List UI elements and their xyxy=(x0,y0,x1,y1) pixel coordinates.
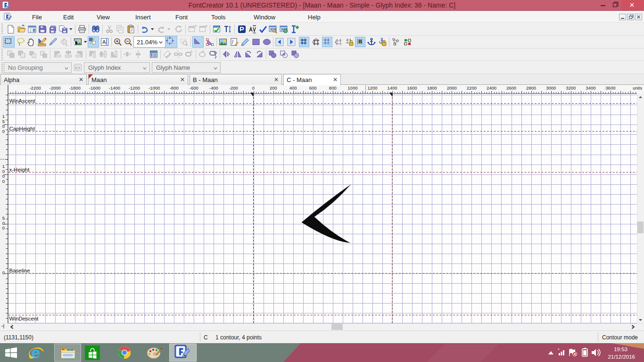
svg-text:3000: 3000 xyxy=(546,85,556,90)
svg-text:Baseline: Baseline xyxy=(9,268,30,273)
svg-text:2000: 2000 xyxy=(447,85,457,90)
svg-text:-1600: -1600 xyxy=(89,85,100,90)
svg-text:2800: 2800 xyxy=(526,85,536,90)
svg-text:B: B xyxy=(358,39,362,44)
svg-text:-400: -400 xyxy=(209,85,218,90)
svg-text:3600: 3600 xyxy=(605,85,615,90)
svg-text:WinAscent: WinAscent xyxy=(9,98,36,104)
svg-text:600: 600 xyxy=(309,85,317,90)
svg-text:A: A xyxy=(102,39,106,45)
svg-text:1000: 1000 xyxy=(347,85,357,90)
svg-text:21/12/2016: 21/12/2016 xyxy=(608,354,635,360)
svg-text:-200: -200 xyxy=(229,85,238,90)
svg-text:CapHeight: CapHeight xyxy=(9,126,35,132)
svg-text:0: 0 xyxy=(252,85,255,90)
svg-text:19:53: 19:53 xyxy=(614,346,627,352)
svg-text:-2200: -2200 xyxy=(29,85,41,90)
svg-text:x-Height: x-Height xyxy=(9,167,30,173)
svg-text:800: 800 xyxy=(329,85,337,90)
svg-text:-800: -800 xyxy=(170,85,179,90)
svg-text:-1400: -1400 xyxy=(109,85,120,90)
svg-text:400: 400 xyxy=(289,85,297,90)
svg-text:-2000: -2000 xyxy=(50,85,61,90)
svg-text:WinDescent: WinDescent xyxy=(9,316,39,321)
svg-text:a·z: a·z xyxy=(75,66,80,70)
svg-text:3400: 3400 xyxy=(586,85,595,90)
svg-text:2600: 2600 xyxy=(506,85,516,90)
svg-text:e: e xyxy=(32,344,41,362)
svg-text:1800: 1800 xyxy=(427,85,437,90)
svg-text:-1000: -1000 xyxy=(149,85,160,90)
svg-text:200: 200 xyxy=(270,85,277,90)
svg-text:3200: 3200 xyxy=(566,85,576,90)
svg-text:*: * xyxy=(558,347,560,352)
svg-text:-1200: -1200 xyxy=(129,85,140,90)
svg-text:units: units xyxy=(633,85,642,90)
svg-text:2200: 2200 xyxy=(467,85,477,90)
svg-text:-600: -600 xyxy=(190,85,198,90)
svg-text:2400: 2400 xyxy=(487,85,496,90)
svg-text:1600: 1600 xyxy=(407,85,417,90)
svg-text:1400: 1400 xyxy=(388,85,397,90)
svg-text:1200: 1200 xyxy=(367,85,377,90)
svg-text:-1800: -1800 xyxy=(69,85,81,90)
